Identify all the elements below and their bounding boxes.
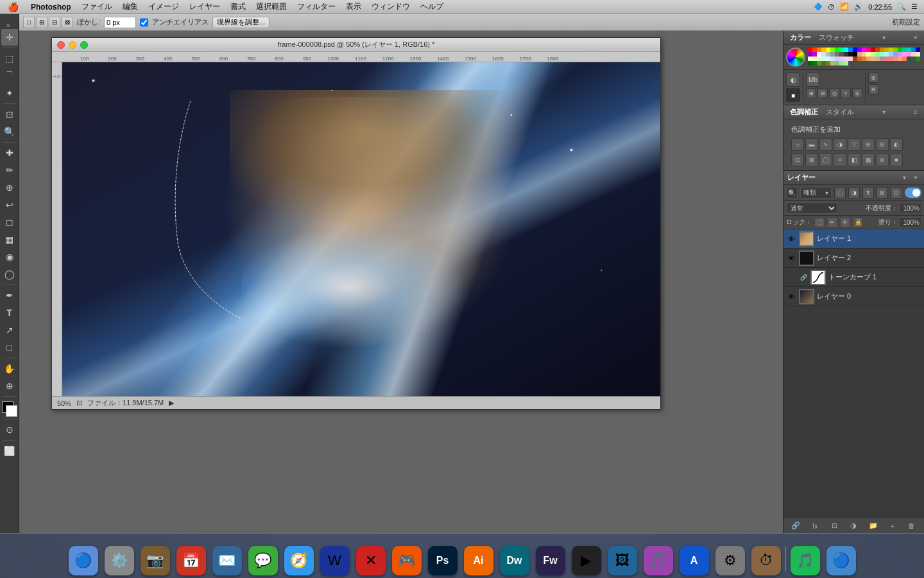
opacity-value[interactable]: 100% — [899, 203, 921, 213]
color-swatch[interactable] — [871, 57, 875, 61]
color-swatch[interactable] — [866, 57, 871, 61]
add-mask-btn[interactable]: ⊡ — [828, 520, 840, 532]
filter-toggle[interactable] — [905, 188, 921, 198]
color-swatch[interactable] — [844, 61, 848, 66]
dock-item-14[interactable]: ▶ — [570, 542, 603, 575]
color-swatch[interactable] — [853, 52, 857, 57]
menu-photoshop[interactable]: Photoshop — [26, 3, 76, 12]
color-swatch[interactable] — [857, 52, 862, 57]
color-swatch[interactable] — [907, 57, 911, 61]
search-icon[interactable]: 🔍 — [786, 187, 798, 198]
panel-menu-btn[interactable]: ≡ — [911, 33, 920, 42]
color-swatch[interactable] — [826, 48, 830, 52]
color-swatch[interactable] — [853, 48, 857, 52]
move-tool[interactable]: ✛ — [1, 29, 18, 46]
foreground-color[interactable] — [2, 401, 17, 417]
color-swatch[interactable] — [902, 48, 907, 52]
new-selection-icon[interactable]: □ — [23, 17, 35, 28]
adj-exposure[interactable]: ◑ — [834, 138, 846, 151]
menu-window[interactable]: ウィンドウ — [366, 1, 415, 12]
dock-item-6[interactable]: 🧭 — [282, 542, 316, 575]
color-swatch[interactable] — [844, 57, 848, 61]
dock-item-1[interactable]: ⚙️ — [103, 542, 136, 575]
color-swatch[interactable] — [893, 52, 898, 57]
color-swatch[interactable] — [839, 52, 844, 57]
tool-r1c2[interactable]: ⊟ — [817, 88, 828, 98]
adj-tab[interactable]: 色調補正 — [787, 107, 821, 117]
color-swatch[interactable] — [880, 48, 884, 52]
color-swatch[interactable] — [835, 57, 839, 61]
color-swatch[interactable] — [812, 57, 817, 61]
tool-r1c1[interactable]: ⊞ — [806, 88, 816, 98]
minimize-button[interactable] — [69, 41, 76, 49]
color-swatch[interactable] — [821, 57, 826, 61]
dock-item-21[interactable]: 🔵 — [825, 542, 858, 575]
adj-levels[interactable]: ▬ — [805, 138, 818, 151]
layer-item[interactable]: 👁 レイヤー 0 — [783, 287, 924, 306]
color-swatch[interactable] — [812, 61, 817, 66]
color-swatch[interactable] — [848, 48, 853, 52]
color-swatch[interactable] — [857, 48, 862, 52]
menu-layer[interactable]: レイヤー — [184, 1, 225, 12]
adj-bw[interactable]: ◐ — [890, 138, 903, 151]
filter-pixel-btn[interactable]: ⬚ — [834, 187, 846, 198]
color-swatch[interactable] — [862, 57, 866, 61]
foreground-mini-btn[interactable]: ■ — [786, 88, 800, 102]
type-tool[interactable]: T — [1, 304, 18, 321]
color-swatch[interactable] — [839, 48, 844, 52]
lasso-tool[interactable]: ⌒ — [1, 67, 18, 84]
filter-type-btn[interactable]: T — [862, 187, 874, 198]
color-swatch[interactable] — [898, 52, 902, 57]
hand-tool[interactable]: ✋ — [1, 360, 18, 377]
filter-shape-btn[interactable]: ⊞ — [877, 187, 888, 198]
color-swatch[interactable] — [808, 52, 812, 57]
navigate-arrow[interactable]: ▶ — [169, 399, 174, 407]
new-group-btn[interactable]: 📁 — [868, 520, 879, 532]
blend-mode-select[interactable]: 通常 — [786, 202, 837, 214]
color-swatch[interactable] — [893, 57, 898, 61]
color-swatch[interactable] — [862, 52, 866, 57]
screen-mode[interactable]: ⬜ — [1, 442, 18, 459]
tool-r1c5[interactable]: ⊡ — [852, 88, 862, 98]
color-swatch[interactable] — [830, 52, 835, 57]
color-swatch[interactable] — [880, 52, 884, 57]
dock-item-20[interactable]: 🎵 — [789, 542, 822, 575]
adj-invert[interactable]: ◯ — [819, 153, 832, 166]
color-swatch[interactable] — [830, 57, 835, 61]
document-canvas[interactable] — [62, 62, 660, 408]
color-swatch[interactable] — [821, 52, 826, 57]
adj-photofilter[interactable]: ⊡ — [791, 153, 804, 166]
color-swatch[interactable] — [808, 57, 812, 61]
dock-item-2[interactable]: 📷 — [139, 542, 172, 575]
color-swatch[interactable] — [839, 57, 844, 61]
color-swatch[interactable] — [884, 57, 889, 61]
adj-brightness[interactable]: ☼ — [791, 138, 804, 151]
tool-col2r2[interactable]: ⊟ — [868, 84, 878, 94]
layer-visibility-toggle[interactable]: 👁 — [786, 253, 796, 263]
adj-vibrance[interactable]: ▽ — [848, 138, 860, 151]
color-swatch[interactable] — [898, 48, 902, 52]
color-swatch[interactable] — [866, 52, 871, 57]
lock-position[interactable]: ✛ — [840, 217, 850, 227]
menu-image[interactable]: イメージ — [143, 1, 184, 12]
healing-brush-tool[interactable]: ✚ — [1, 144, 18, 161]
color-swatch[interactable] — [844, 48, 848, 52]
menu-view[interactable]: 表示 — [341, 1, 366, 12]
color-swatch[interactable] — [826, 57, 830, 61]
history-brush-tool[interactable]: ↩ — [1, 197, 18, 213]
quick-mask-mode[interactable]: ⊙ — [1, 421, 18, 438]
blur-input[interactable] — [104, 17, 136, 28]
apple-menu[interactable]: 🍎 — [0, 2, 26, 12]
new-adj-btn[interactable]: ◑ — [848, 520, 859, 532]
color-swatch[interactable] — [817, 48, 821, 52]
color-swatch[interactable] — [902, 57, 907, 61]
color-swatch[interactable] — [853, 57, 857, 61]
color-swatch[interactable] — [826, 52, 830, 57]
style-tab[interactable]: スタイル — [823, 107, 857, 117]
color-swatch[interactable] — [817, 57, 821, 61]
adj-channelmix[interactable]: ⊠ — [805, 153, 818, 166]
zoom-tool[interactable]: ⊕ — [1, 378, 18, 394]
color-swatch[interactable] — [884, 48, 889, 52]
color-swatch[interactable] — [826, 61, 830, 66]
color-swatch[interactable] — [889, 52, 893, 57]
